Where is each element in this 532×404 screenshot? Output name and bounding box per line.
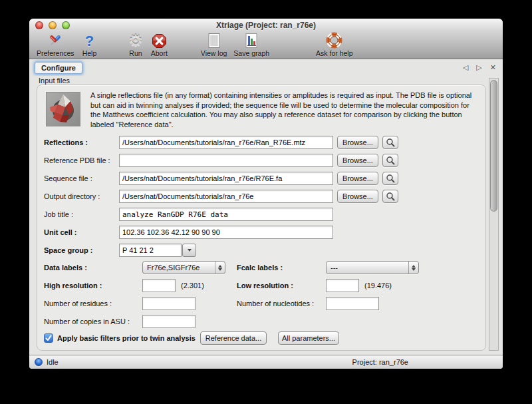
toolbar-label: Preferences bbox=[37, 49, 74, 57]
reflections-row: Reflections : Browse... bbox=[37, 136, 485, 149]
num-residues-input[interactable] bbox=[142, 297, 196, 310]
job-title-input[interactable] bbox=[119, 208, 333, 221]
minimize-button[interactable] bbox=[49, 21, 57, 29]
zoom-button[interactable] bbox=[62, 21, 70, 29]
toolbar-button-preferences[interactable]: Preferences bbox=[35, 32, 76, 57]
traffic-lights bbox=[35, 21, 70, 29]
life-ring-icon bbox=[326, 32, 342, 49]
apply-filters-label: Apply basic filters prior to twin analys… bbox=[57, 331, 196, 345]
fcalc-labels-value: --- bbox=[327, 264, 408, 272]
unit-cell-row: Unit cell : bbox=[37, 226, 485, 239]
data-labels-select[interactable]: Fr76e,SIGFr76e bbox=[142, 261, 225, 274]
sequence-row: Sequence file : Browse... bbox=[37, 172, 485, 185]
toolbar-label: Help bbox=[82, 49, 97, 57]
toolbar-label: Abort bbox=[151, 49, 168, 57]
status-text: Idle bbox=[47, 355, 59, 369]
num-copies-label: Number of copies in ASU : bbox=[44, 315, 130, 328]
high-resolution-label: High resolution : bbox=[44, 279, 102, 292]
data-labels-label: Data labels : bbox=[44, 261, 87, 274]
reflections-label: Reflections : bbox=[44, 136, 88, 149]
tab-label: Configure bbox=[41, 64, 76, 72]
magnifier-icon bbox=[386, 138, 395, 147]
toolbar-button-run[interactable]: ⚙ Run bbox=[126, 32, 145, 57]
close-button[interactable] bbox=[35, 21, 43, 29]
resolution-row: High resolution : (2.301) Low resolution… bbox=[37, 279, 485, 292]
copies-row: Number of copies in ASU : bbox=[37, 315, 485, 328]
reflections-browse-button[interactable]: Browse... bbox=[337, 136, 378, 149]
num-copies-input[interactable] bbox=[142, 315, 196, 328]
toolbar-button-askforhelp[interactable]: Ask for help bbox=[314, 32, 354, 57]
space-group-input[interactable] bbox=[119, 244, 182, 257]
all-parameters-button[interactable]: All parameters... bbox=[278, 331, 339, 345]
reference-data-button[interactable]: Reference data... bbox=[200, 331, 267, 345]
num-residues-label: Number of residues : bbox=[44, 297, 112, 310]
output-directory-input[interactable] bbox=[119, 190, 333, 203]
reflections-input[interactable] bbox=[119, 136, 333, 149]
checkmark-icon bbox=[45, 334, 53, 342]
vertical-scrollbar[interactable] bbox=[489, 78, 499, 351]
tools-icon bbox=[47, 32, 63, 49]
reference-pdb-browse-button[interactable]: Browse... bbox=[337, 154, 378, 167]
data-labels-value: Fr76e,SIGFr76e bbox=[143, 264, 215, 272]
job-title-row: Job title : bbox=[37, 208, 485, 221]
reference-pdb-input[interactable] bbox=[119, 154, 333, 167]
sequence-input[interactable] bbox=[119, 172, 333, 185]
job-title-label: Job title : bbox=[44, 208, 73, 221]
tab-configure[interactable]: Configure bbox=[35, 62, 82, 74]
low-resolution-input[interactable] bbox=[326, 279, 359, 292]
bar-chart-icon bbox=[244, 32, 259, 49]
tab-prev-icon[interactable]: ◁ bbox=[463, 63, 468, 71]
chevron-down-icon bbox=[188, 249, 192, 252]
tab-next-icon[interactable]: ▷ bbox=[476, 63, 481, 71]
toolbar: Preferences ? Help ⚙ Run Abort bbox=[29, 33, 503, 59]
reflections-viewer-button[interactable] bbox=[382, 136, 398, 149]
crystal-icon bbox=[46, 92, 80, 126]
magnifier-icon bbox=[386, 192, 395, 201]
sequence-browse-button[interactable]: Browse... bbox=[337, 172, 378, 185]
section-label: Input files bbox=[39, 77, 70, 85]
tab-close-icon[interactable]: ✕ bbox=[490, 63, 496, 71]
output-directory-row: Output directory : Browse... bbox=[37, 190, 485, 203]
residues-row: Number of residues : Number of nucleotid… bbox=[37, 297, 485, 310]
stepper-arrows-icon bbox=[408, 262, 418, 274]
high-resolution-input[interactable] bbox=[142, 279, 176, 292]
toolbar-label: Run bbox=[129, 49, 142, 57]
toolbar-label: Save graph bbox=[233, 49, 269, 57]
magnifier-icon bbox=[386, 156, 395, 165]
space-group-label: Space group : bbox=[44, 244, 92, 257]
reference-pdb-viewer-button[interactable] bbox=[382, 154, 398, 167]
toolbar-button-abort[interactable]: Abort bbox=[149, 32, 170, 57]
high-resolution-hint: (2.301) bbox=[181, 279, 204, 292]
space-group-dropdown-button[interactable] bbox=[182, 244, 196, 257]
data-labels-row: Data labels : Fr76e,SIGFr76e Fcalc label… bbox=[37, 261, 485, 274]
fcalc-labels-label: Fcalc labels : bbox=[237, 261, 283, 274]
apply-filters-checkbox[interactable] bbox=[44, 333, 53, 343]
output-directory-browse-button[interactable]: Browse... bbox=[337, 190, 378, 203]
project-text: Project: ran_r76e bbox=[352, 355, 408, 369]
scrollbar-thumb[interactable] bbox=[490, 80, 497, 212]
num-nucleotides-input[interactable] bbox=[326, 297, 379, 310]
fcalc-labels-select[interactable]: --- bbox=[326, 261, 419, 274]
question-mark-icon: ? bbox=[85, 32, 94, 49]
app-window: Xtriage (Project: ran_r76e) Preferences … bbox=[29, 19, 503, 369]
status-indicator-icon bbox=[35, 358, 43, 366]
title-bar[interactable]: Xtriage (Project: ran_r76e) bbox=[29, 19, 503, 32]
tab-strip: Configure ◁ ▷ ✕ bbox=[29, 59, 503, 76]
unit-cell-input[interactable] bbox=[119, 226, 333, 239]
toolbar-label: Ask for help bbox=[316, 49, 352, 57]
space-group-row: Space group : bbox=[37, 244, 485, 257]
low-resolution-hint: (19.476) bbox=[364, 279, 392, 292]
log-document-icon bbox=[207, 32, 221, 49]
toolbar-label: View log bbox=[201, 49, 227, 57]
num-nucleotides-label: Number of nucleotides : bbox=[237, 297, 314, 310]
input-files-groupbox: A single reflections file (in any format… bbox=[37, 85, 486, 351]
output-directory-viewer-button[interactable] bbox=[382, 190, 398, 203]
toolbar-button-viewlog[interactable]: View log bbox=[199, 32, 229, 57]
unit-cell-label: Unit cell : bbox=[44, 226, 77, 239]
window-chrome: Xtriage (Project: ran_r76e) Preferences … bbox=[29, 19, 503, 59]
toolbar-button-help[interactable]: ? Help bbox=[80, 32, 99, 57]
sequence-viewer-button[interactable] bbox=[382, 172, 398, 185]
toolbar-button-savegraph[interactable]: Save graph bbox=[231, 32, 271, 57]
section-description: A single reflections file (in any format… bbox=[90, 91, 479, 129]
window-title: Xtriage (Project: ran_r76e) bbox=[29, 19, 503, 32]
